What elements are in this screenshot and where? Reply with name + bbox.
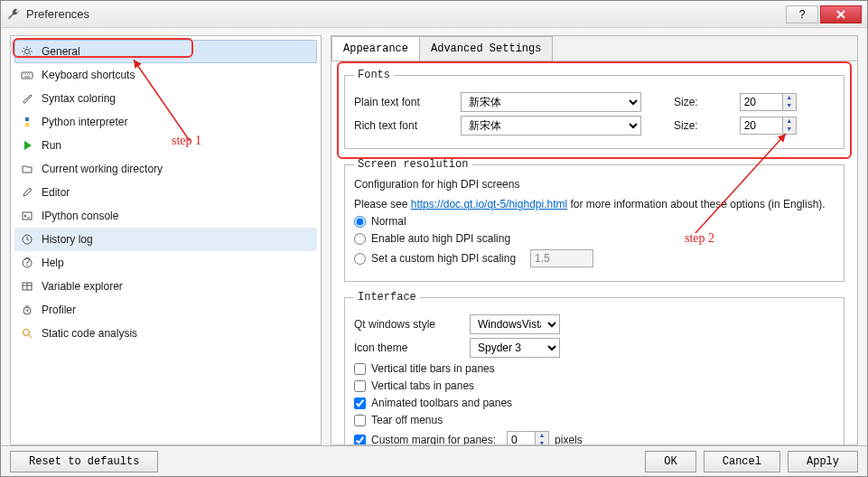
- edit-icon: [20, 185, 34, 200]
- table-icon: [20, 279, 34, 294]
- dialog-body: General Keyboard shortcuts Syntax colori…: [1, 28, 867, 445]
- plain-font-select[interactable]: 新宋体: [461, 92, 641, 112]
- fonts-group: Fonts Plain text font 新宋体 Size: ▲▼ Ric: [344, 69, 845, 149]
- sidebar-item-label: Syntax coloring: [42, 92, 116, 105]
- window-controls: ?: [786, 5, 862, 23]
- screen-config-text: Configuration for high DPI screens: [354, 178, 835, 191]
- tab-advanced[interactable]: Advanced Settings: [419, 36, 553, 61]
- check-vert-title[interactable]: Vertical title bars in panes: [354, 362, 835, 375]
- sidebar-item-static[interactable]: Static code analysis: [14, 322, 317, 345]
- sidebar-item-keyboard[interactable]: Keyboard shortcuts: [14, 63, 317, 87]
- sidebar-item-general[interactable]: General: [14, 40, 317, 63]
- plain-font-label: Plain text font: [354, 96, 453, 108]
- help-icon: ?: [20, 256, 34, 270]
- tab-bar: Appearance Advanced Settings: [331, 36, 857, 61]
- help-window-button[interactable]: ?: [786, 5, 818, 23]
- radio-normal[interactable]: Normal: [354, 215, 835, 228]
- interface-legend: Interface: [354, 291, 420, 304]
- sidebar-item-ipython[interactable]: IPython console: [14, 204, 317, 228]
- svg-point-8: [23, 330, 30, 336]
- sidebar-item-label: Help: [42, 257, 64, 269]
- rich-font-label: Rich text font: [354, 119, 453, 132]
- svg-text:?: ?: [24, 257, 31, 268]
- rich-size-label: Size:: [674, 119, 698, 132]
- margin-input[interactable]: [508, 434, 535, 444]
- sidebar-item-label: Python interpreter: [42, 116, 127, 128]
- dialog-footer: Reset to defaults OK Cancel Apply: [1, 445, 867, 476]
- screen-help-text: Please see https://doc.qt.io/qt-5/highdp…: [354, 198, 835, 210]
- sidebar-item-label: Editor: [42, 186, 70, 199]
- rich-font-select[interactable]: 新宋体: [461, 116, 641, 136]
- screen-legend: Screen resolution: [354, 158, 471, 171]
- sidebar-item-label: IPython console: [42, 210, 118, 222]
- play-icon: [20, 138, 34, 153]
- check-tearoff[interactable]: Tear off menus: [354, 414, 835, 426]
- sidebar-item-label: Run: [42, 139, 61, 152]
- search-icon: [20, 326, 34, 341]
- apply-button[interactable]: Apply: [788, 451, 858, 472]
- reset-button[interactable]: Reset to defaults: [10, 451, 158, 472]
- check-vert-tabs[interactable]: Vertical tabs in panes: [354, 379, 835, 392]
- tab-appearance[interactable]: Appearance: [331, 36, 420, 61]
- svg-rect-1: [22, 72, 33, 79]
- custom-dpi-input: [530, 249, 593, 267]
- rich-size-spinner[interactable]: ▲▼: [740, 117, 797, 135]
- radio-custom-dpi[interactable]: Set a custom high DPI scaling: [354, 249, 835, 267]
- sidebar-item-label: Current working directory: [42, 163, 163, 175]
- sidebar-item-label: Profiler: [42, 304, 76, 316]
- clock-icon: [20, 303, 34, 317]
- sidebar-item-variable[interactable]: Variable explorer: [14, 275, 317, 298]
- spin-down-icon[interactable]: ▼: [783, 126, 796, 134]
- sidebar-item-label: Variable explorer: [42, 280, 123, 293]
- interface-group: Interface Qt windows style WindowsVista …: [344, 291, 845, 444]
- ok-button[interactable]: OK: [645, 451, 695, 472]
- screen-group: Screen resolution Configuration for high…: [344, 158, 845, 282]
- gear-icon: [20, 44, 34, 59]
- preferences-window: Preferences ? General Keyboard shortcuts…: [0, 0, 868, 477]
- plain-size-label: Size:: [674, 96, 698, 108]
- spin-up-icon[interactable]: ▲: [783, 117, 796, 126]
- cancel-button[interactable]: Cancel: [704, 451, 780, 472]
- terminal-icon: [20, 209, 34, 223]
- qt-style-label: Qt windows style: [354, 318, 462, 331]
- titlebar[interactable]: Preferences ?: [1, 1, 867, 28]
- spin-up-icon[interactable]: ▲: [536, 432, 548, 440]
- radio-auto-dpi[interactable]: Enable auto high DPI scaling: [354, 232, 835, 245]
- sidebar-item-profiler[interactable]: Profiler: [14, 298, 317, 322]
- icon-theme-label: Icon theme: [354, 341, 462, 354]
- check-animated[interactable]: Animated toolbars and panes: [354, 397, 835, 409]
- settings-panel: Appearance Advanced Settings Fonts Plain…: [331, 35, 858, 445]
- check-margin[interactable]: Custom margin for panes: ▲▼ pixels: [354, 431, 835, 444]
- sidebar-item-run[interactable]: Run: [14, 134, 317, 157]
- spin-down-icon[interactable]: ▼: [783, 102, 796, 110]
- plain-size-spinner[interactable]: ▲▼: [740, 93, 797, 111]
- sidebar-item-history[interactable]: History log: [14, 228, 317, 251]
- plain-size-input[interactable]: [741, 96, 782, 108]
- qt-style-select[interactable]: WindowsVista: [470, 314, 560, 334]
- sidebar-item-label: Keyboard shortcuts: [42, 69, 135, 81]
- rich-size-input[interactable]: [741, 119, 782, 132]
- spin-down-icon[interactable]: ▼: [536, 440, 548, 444]
- sidebar-item-label: General: [42, 45, 80, 58]
- category-sidebar: General Keyboard shortcuts Syntax colori…: [10, 35, 322, 445]
- sidebar-item-label: Static code analysis: [42, 327, 137, 340]
- highdpi-link[interactable]: https://doc.qt.io/qt-5/highdpi.html: [411, 198, 567, 210]
- wrench-icon: [6, 7, 21, 22]
- fonts-legend: Fonts: [354, 69, 394, 81]
- history-icon: [20, 232, 34, 247]
- sidebar-item-editor[interactable]: Editor: [14, 181, 317, 204]
- sidebar-item-syntax[interactable]: Syntax coloring: [14, 87, 317, 110]
- svg-point-0: [25, 50, 30, 54]
- window-title: Preferences: [26, 7, 786, 21]
- sidebar-item-python[interactable]: Python interpreter: [14, 110, 317, 134]
- sidebar-item-label: History log: [42, 233, 93, 246]
- spin-up-icon[interactable]: ▲: [783, 94, 796, 102]
- icon-theme-select[interactable]: Spyder 3: [470, 338, 560, 358]
- brush-icon: [20, 91, 34, 106]
- sidebar-item-help[interactable]: ? Help: [14, 251, 317, 275]
- folder-icon: [20, 162, 34, 176]
- panel-body: Fonts Plain text font 新宋体 Size: ▲▼ Ric: [331, 61, 857, 444]
- close-window-button[interactable]: [820, 5, 862, 23]
- sidebar-item-cwd[interactable]: Current working directory: [14, 157, 317, 181]
- margin-spinner[interactable]: ▲▼: [507, 431, 549, 444]
